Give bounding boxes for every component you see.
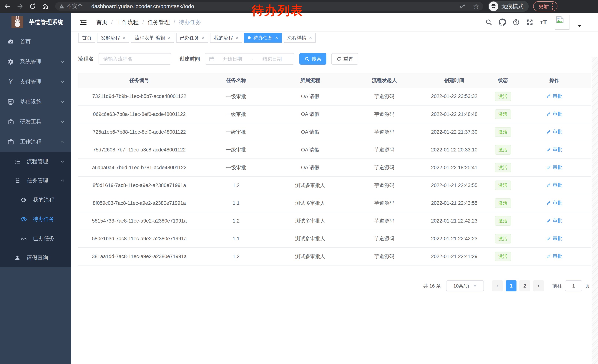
close-icon[interactable]: × xyxy=(309,35,312,41)
sidebar-collapse-button[interactable] xyxy=(78,17,89,27)
browser-menu-update-button[interactable]: 更新 xyxy=(533,1,557,11)
avatar-dropdown-caret[interactable] xyxy=(578,25,582,27)
range-separator: - xyxy=(250,56,254,62)
avatar[interactable] xyxy=(555,15,569,30)
help-button[interactable] xyxy=(512,18,520,26)
approve-link[interactable]: 审批 xyxy=(546,200,562,206)
close-icon[interactable]: × xyxy=(236,35,238,41)
approve-link[interactable]: 审批 xyxy=(546,129,562,135)
approve-link[interactable]: 审批 xyxy=(546,217,562,224)
security-status[interactable]: 不安全 xyxy=(59,3,83,10)
pencil-icon xyxy=(546,129,551,134)
page-button-2[interactable]: 2 xyxy=(519,280,530,291)
cell-created: 2022-01-21 22:43:55 xyxy=(420,194,489,212)
tab-process-detail[interactable]: 流程详情× xyxy=(284,33,316,43)
cell-initiator: 芋道源码 xyxy=(349,105,420,123)
tab-form-edit[interactable]: 流程表单-编辑× xyxy=(131,33,174,43)
browser-back-button[interactable] xyxy=(2,1,13,11)
next-page-button[interactable]: › xyxy=(533,280,544,291)
workflow-submenu: 流程管理 任务管理 我的流程 xyxy=(0,152,71,267)
sidebar-item-task-mgmt[interactable]: 任务管理 xyxy=(0,171,71,190)
col-status: 状态 xyxy=(489,73,517,88)
browser-home-button[interactable] xyxy=(40,1,50,11)
cell-task-name: 1.1 xyxy=(200,230,272,248)
sidebar-item-done-tasks[interactable]: 已办任务 xyxy=(0,229,71,248)
sidebar-item-payment[interactable]: ¥ 支付管理 xyxy=(0,72,71,92)
password-key-icon[interactable] xyxy=(459,3,466,10)
pagination: 共 16 条 10条/页 ‹ 1 2 › 前往 页 xyxy=(71,280,598,291)
approve-link[interactable]: 审批 xyxy=(546,253,562,259)
bookmark-star-icon[interactable]: ☆ xyxy=(473,3,479,10)
cell-task-id: a6aba0a4-7b6d-11ec-b781-acde48001122 xyxy=(78,159,200,177)
breadcrumb-home[interactable]: 首页 xyxy=(96,18,108,26)
breadcrumb-workflow[interactable]: 工作流程 xyxy=(116,18,139,26)
home-icon xyxy=(42,3,49,10)
cell-status: 激活 xyxy=(489,177,517,194)
sidebar-item-workflow[interactable]: 工作流程 xyxy=(0,132,71,152)
sidebar-item-my-process[interactable]: 我的流程 xyxy=(0,190,71,210)
font-size-button[interactable]: тT xyxy=(540,18,548,26)
header-search-button[interactable] xyxy=(485,18,493,26)
broken-image-icon xyxy=(556,16,564,23)
tab-home[interactable]: 首页 xyxy=(78,33,95,43)
browser-forward-button[interactable] xyxy=(15,1,25,11)
breadcrumb-task-mgmt[interactable]: 任务管理 xyxy=(148,18,170,26)
fullscreen-button[interactable] xyxy=(526,18,534,26)
reload-icon xyxy=(29,3,36,10)
sidebar-item-infra[interactable]: 基础设施 xyxy=(0,92,71,112)
approve-link[interactable]: 审批 xyxy=(546,146,562,153)
cell-task-id: 75d72608-7b7f-11ec-a3c8-acde48001122 xyxy=(78,141,200,159)
cell-status: 激活 xyxy=(489,141,517,159)
cell-status: 激活 xyxy=(489,248,517,265)
tab-start-process[interactable]: 发起流程× xyxy=(97,33,129,43)
table-row: 8f059c03-7ac8-11ec-a9e2-a2380e71991a 1.1… xyxy=(78,194,591,212)
close-icon[interactable]: × xyxy=(123,35,125,41)
cell-created: 2022-01-22 20:33:10 xyxy=(420,141,489,159)
todo-task-table: 任务编号 任务名称 所属流程 流程发起人 创建时间 状态 操作 73211d9d… xyxy=(78,73,591,266)
tab-my-process[interactable]: 我的流程× xyxy=(210,33,242,43)
robot-icon xyxy=(20,197,27,203)
cell-task-name: 一级审批 xyxy=(200,105,272,123)
page-size-select[interactable]: 10条/页 xyxy=(446,280,484,291)
cell-task-name: 1.2 xyxy=(200,177,272,194)
browser-reload-button[interactable] xyxy=(27,1,38,11)
sidebar-item-label: 工作流程 xyxy=(20,138,42,146)
approve-link[interactable]: 审批 xyxy=(546,93,562,99)
sidebar-item-todo-tasks[interactable]: 待办任务 xyxy=(0,210,71,229)
prev-page-button[interactable]: ‹ xyxy=(492,280,503,291)
process-name-input[interactable] xyxy=(99,53,171,65)
address-divider xyxy=(87,3,87,9)
sidebar-item-system[interactable]: 系统管理 xyxy=(0,52,71,72)
tab-done-tasks[interactable]: 已办任务× xyxy=(176,33,208,43)
approve-link[interactable]: 审批 xyxy=(546,164,562,170)
date-range-picker[interactable]: 开始日期 - 结束日期 xyxy=(205,53,294,65)
sidebar-item-devtools[interactable]: 研发工具 xyxy=(0,112,71,132)
cell-action: 审批 xyxy=(517,105,591,123)
status-badge: 激活 xyxy=(495,252,511,261)
cell-task-id: 73211d9d-7b9b-11ec-b5b7-acde48001122 xyxy=(78,88,200,105)
approve-link[interactable]: 审批 xyxy=(546,235,562,242)
chevron-down-icon xyxy=(60,159,65,164)
status-badge: 激活 xyxy=(495,109,511,119)
github-link[interactable] xyxy=(498,18,507,26)
reset-button[interactable]: 重置 xyxy=(331,53,358,65)
col-process: 所属流程 xyxy=(272,73,349,88)
goto-page-input[interactable] xyxy=(565,280,582,291)
sidebar-item-process-mgmt[interactable]: 流程管理 xyxy=(0,152,71,171)
sidebar-item-home[interactable]: 首页 xyxy=(0,32,71,52)
cell-status: 激活 xyxy=(489,194,517,212)
pencil-icon xyxy=(546,218,551,223)
tab-todo-tasks[interactable]: 待办任务× xyxy=(244,33,282,43)
chevron-down-icon xyxy=(60,59,65,64)
page-button-1[interactable]: 1 xyxy=(506,280,516,291)
sidebar-menu: 首页 系统管理 ¥ 支付管理 基础设施 xyxy=(0,32,71,267)
approve-link[interactable]: 审批 xyxy=(546,111,562,117)
close-icon[interactable]: × xyxy=(168,35,171,41)
approve-link[interactable]: 审批 xyxy=(546,182,562,188)
close-icon[interactable]: × xyxy=(202,35,205,41)
cell-task-id: 58154733-7ac8-11ec-a9e2-a2380e71991a xyxy=(78,212,200,230)
close-icon[interactable]: × xyxy=(275,35,278,41)
sidebar-item-leave-query[interactable]: 请假查询 xyxy=(0,248,71,267)
search-button[interactable]: 搜索 xyxy=(299,53,326,65)
sidebar-item-label: 基础设施 xyxy=(20,98,42,105)
